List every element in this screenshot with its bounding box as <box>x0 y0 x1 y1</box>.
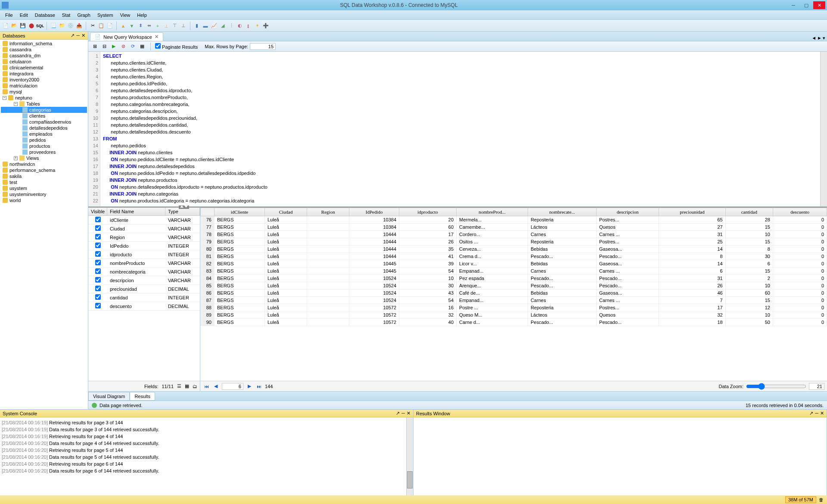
field-row[interactable]: nombreProductoVARCHAR <box>88 259 200 268</box>
column-header[interactable]: preciounidad <box>659 208 725 216</box>
doc-icon[interactable]: 📃 <box>50 22 57 30</box>
sql-icon[interactable]: SQL <box>36 22 44 30</box>
field-row[interactable]: CiudadVARCHAR <box>88 224 200 233</box>
tree-item[interactable]: performance_schema <box>1 167 87 173</box>
chart2-icon[interactable]: ▼ <box>128 22 136 30</box>
tree-item[interactable]: matriculacion <box>1 83 87 89</box>
expand-icon[interactable]: ⊞ <box>91 43 99 50</box>
tree-item[interactable]: mysql <box>1 89 87 95</box>
field-visible-checkbox[interactable] <box>95 217 101 222</box>
cut-icon[interactable]: ✂ <box>89 22 96 30</box>
menu-edit[interactable]: Edit <box>16 12 31 19</box>
copy-icon[interactable]: 📋 <box>97 22 105 30</box>
expander-icon[interactable]: + <box>14 156 18 160</box>
table-row[interactable]: 85BERGSLuleå1052430Arenque...Pescado...P… <box>201 282 827 289</box>
maximize-button[interactable]: ▢ <box>800 1 812 9</box>
column-header[interactable]: idproducto <box>399 208 457 216</box>
column-header[interactable]: IdPedido <box>349 208 399 216</box>
table-row[interactable]: 90BERGSLuleå1057240Carne d...Pescado...P… <box>201 319 827 326</box>
field-visible-checkbox[interactable] <box>95 277 101 283</box>
zoom-value[interactable] <box>809 383 824 390</box>
tree-item[interactable]: test <box>1 179 87 185</box>
column-header[interactable]: nombrecate... <box>528 208 596 216</box>
editor-scrollbar[interactable] <box>820 52 827 206</box>
tree-item[interactable]: usystem <box>1 185 87 191</box>
line-chart-icon[interactable]: 📈 <box>210 22 218 30</box>
disk-icon[interactable]: 💿 <box>67 22 75 30</box>
area-chart-icon[interactable]: ◢ <box>219 22 227 30</box>
table-row[interactable]: 79BERGSLuleå1044426Ositos ...ReposteriaP… <box>201 238 827 246</box>
hbar-chart-icon[interactable]: ▬ <box>202 22 209 30</box>
view-grid-icon[interactable]: ▦ <box>185 383 189 389</box>
tab-visual[interactable]: Visual Diagram <box>88 392 130 401</box>
close-button[interactable]: ✕ <box>813 1 825 9</box>
expander-icon[interactable]: − <box>14 102 18 106</box>
tree-item[interactable]: inventory2000 <box>1 77 87 83</box>
grid-icon[interactable]: ▦ <box>138 43 146 50</box>
table-row[interactable]: 86BERGSLuleå1052443Café de...BebidasGase… <box>201 289 827 297</box>
results-restore-icon[interactable]: ↗ <box>809 411 813 416</box>
console-min-icon[interactable]: ─ <box>401 411 405 416</box>
tab-prev-icon[interactable]: ◄ <box>811 35 816 41</box>
field-row[interactable]: idproductoINTEGER <box>88 250 200 259</box>
field-visible-checkbox[interactable] <box>95 286 101 291</box>
tree-item[interactable]: clientes <box>1 113 87 119</box>
chart6-icon[interactable]: ⟂ <box>162 22 170 30</box>
splitter-handle[interactable] <box>179 205 189 209</box>
scatter-icon[interactable]: ⋮ <box>227 22 235 30</box>
run-icon[interactable]: ▶ <box>110 43 118 50</box>
table-row[interactable]: 87BERGSLuleå1052454Empanad...CarnesCarne… <box>201 297 827 304</box>
sql-code[interactable]: SELECT neptuno.clientes.idCliente, neptu… <box>100 52 827 206</box>
chart3-icon[interactable]: ⬍ <box>137 22 144 30</box>
tree-item[interactable]: proveedores <box>1 149 87 155</box>
tree-item[interactable]: world <box>1 197 87 203</box>
console-restore-icon[interactable]: ↗ <box>396 411 400 416</box>
page-input[interactable] <box>222 383 243 390</box>
tree-item[interactable]: integradora <box>1 71 87 77</box>
field-row[interactable]: descripcionVARCHAR <box>88 276 200 285</box>
tree-item[interactable]: −neptuno <box>1 95 87 101</box>
tree-item[interactable]: cassandra <box>1 47 87 53</box>
table-row[interactable]: 78BERGSLuleå1044417Cordero...CarnesCarne… <box>201 231 827 238</box>
field-row[interactable]: IdPedidoINTEGER <box>88 242 200 250</box>
data-grid[interactable]: idClienteCiudadRegionIdPedidoidproducton… <box>200 208 827 381</box>
refresh-icon[interactable]: ⟳ <box>129 43 137 50</box>
tree-item[interactable]: pedidos <box>1 137 87 143</box>
sql-editor[interactable]: 12345678910111213141516171819202122 SELE… <box>88 52 827 207</box>
histogram-icon[interactable]: ⫿ <box>245 22 252 30</box>
last-page-icon[interactable]: ⏭ <box>255 383 262 390</box>
stop-icon[interactable]: ⊘ <box>119 43 127 50</box>
field-visible-checkbox[interactable] <box>95 225 101 231</box>
sidebar-close-icon[interactable]: ✕ <box>81 33 85 38</box>
field-visible-checkbox[interactable] <box>95 251 101 257</box>
query-tab[interactable]: 📄 New Query Workspace ✕ <box>90 32 163 41</box>
chart4-icon[interactable]: ⬌ <box>145 22 153 30</box>
field-visible-checkbox[interactable] <box>95 303 101 308</box>
first-page-icon[interactable]: ⏮ <box>203 383 210 390</box>
tree-item[interactable]: cassandra_dm <box>1 53 87 59</box>
table-row[interactable]: 84BERGSLuleå1052410Pez espadaPescado...P… <box>201 275 827 282</box>
trash-icon[interactable]: 🗑 <box>819 497 824 502</box>
console-body[interactable]: [21/08/2014 00:16:19] Retrieving results… <box>0 417 413 495</box>
tree-item[interactable]: usysteminventory <box>1 191 87 197</box>
table-row[interactable]: 77BERGSLuleå1038460Camembe...LácteosQues… <box>201 224 827 231</box>
sidebar-restore-icon[interactable]: ↗ <box>71 33 75 38</box>
tab-list-icon[interactable]: ▾ <box>823 35 825 41</box>
field-visible-checkbox[interactable] <box>95 234 101 240</box>
bar-chart-icon[interactable]: ▮ <box>193 22 201 30</box>
field-visible-checkbox[interactable] <box>95 243 101 248</box>
maxrows-input[interactable] <box>250 43 276 50</box>
menu-system[interactable]: System <box>94 12 117 19</box>
field-row[interactable]: idClienteVARCHAR <box>88 216 200 224</box>
pie-icon[interactable]: ◐ <box>236 22 244 30</box>
tree-item[interactable]: information_schema <box>1 40 87 47</box>
chart5-icon[interactable]: + <box>154 22 162 30</box>
chart7-icon[interactable]: ⊤ <box>171 22 179 30</box>
table-row[interactable]: 81BERGSLuleå1044441Crema d...Pescado...P… <box>201 253 827 260</box>
view-list-icon[interactable]: ☰ <box>177 383 181 389</box>
column-header[interactable]: Region <box>307 208 349 216</box>
tree-item[interactable]: empleados <box>1 131 87 137</box>
paste-icon[interactable]: 📄 <box>106 22 114 30</box>
results-min-icon[interactable]: ─ <box>815 411 818 416</box>
menu-graph[interactable]: Graph <box>74 12 94 19</box>
